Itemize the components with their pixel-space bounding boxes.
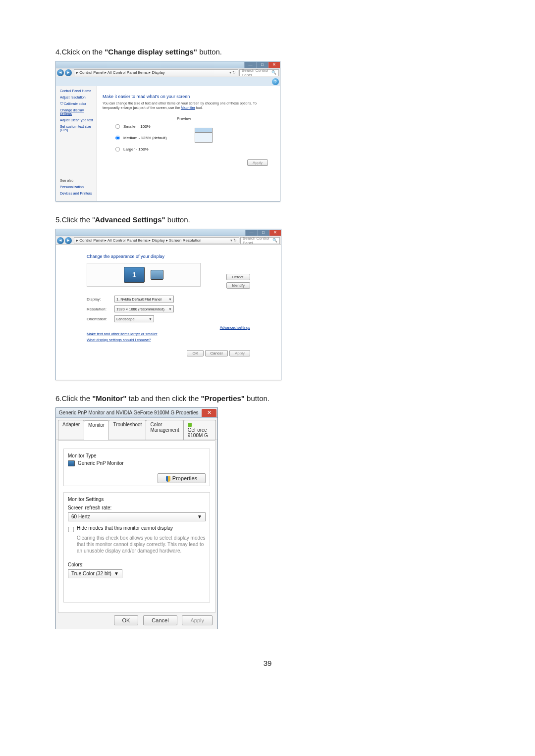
maximize-button[interactable]: □ [257, 230, 269, 236]
sidebar-link-cleartype[interactable]: Adjust ClearType text [60, 118, 94, 122]
monitor-type-value: Generic PnP Monitor [78, 460, 124, 466]
tab-color-management[interactable]: Color Management [146, 420, 183, 440]
monitor-preview: 1 [87, 263, 201, 287]
hide-modes-checkbox[interactable]: Hide modes that this monitor cannot disp… [68, 525, 206, 533]
breadcrumb[interactable]: ▸ Control Panel ▸ All Control Panel Item… [74, 69, 238, 76]
maximize-button[interactable]: □ [256, 62, 268, 68]
sidebar-link-change-display[interactable]: Change display settings [60, 108, 94, 115]
chevron-down-icon: ▼ [149, 317, 152, 321]
orientation-combo[interactable]: Landscape▼ [114, 315, 154, 322]
breadcrumb[interactable]: ▸ Control Panel ▸ All Control Panel Item… [74, 237, 239, 244]
step-6-text: 6.Click the "Monitor" tab and then click… [55, 394, 480, 403]
sidebar-link-home[interactable]: Control Panel Home [60, 89, 94, 93]
step4-bold: "Change display settings" [105, 48, 197, 56]
detect-button[interactable]: Detect [226, 274, 250, 280]
apply-button[interactable]: Apply [229, 350, 250, 356]
nav-buttons: ◄ ► [56, 69, 73, 76]
ok-button[interactable]: OK [187, 350, 204, 356]
monitor-properties-dialog: Generic PnP Monitor and NVIDIA GeForce 9… [55, 407, 218, 629]
monitor-1-icon[interactable]: 1 [124, 267, 145, 283]
monitor-2-icon[interactable] [151, 270, 163, 280]
titlebar: — □ ✕ [56, 229, 281, 236]
shield-icon [166, 476, 170, 482]
apply-button[interactable]: Apply [182, 615, 213, 625]
tab-geforce[interactable]: GeForce 9100M G [183, 420, 216, 440]
main-headline: Make it easier to read what's on your sc… [103, 94, 274, 99]
sidebar-link-calibrate[interactable]: Calibrate color [60, 102, 94, 105]
step4-prefix: 4.Ckick on the [55, 48, 105, 56]
back-button[interactable]: ◄ [57, 69, 64, 76]
step4-suffix: button. [197, 48, 222, 56]
step5-prefix: 5.Click the " [55, 215, 95, 224]
titlebar: — □ ✕ [56, 61, 280, 68]
cancel-button[interactable]: Cancel [143, 615, 177, 625]
main-desc: You can change the size of text and othe… [103, 101, 274, 110]
sidebar-link-adjust-resolution[interactable]: Adjust resolution [60, 96, 94, 99]
back-button[interactable]: ◄ [57, 237, 64, 244]
monitor-settings-legend: Monitor Settings [68, 497, 104, 502]
page-number: 39 [55, 659, 480, 667]
display-combo[interactable]: 1. Nvidia Default Flat Panel▼ [114, 296, 174, 302]
breadcrumb-text: ▸ Control Panel ▸ All Control Panel Item… [76, 70, 165, 75]
tab-adapter[interactable]: Adapter [58, 420, 84, 440]
tab-troubleshoot[interactable]: Troubleshoot [108, 420, 146, 440]
close-button[interactable]: ✕ [202, 409, 216, 417]
minimize-button[interactable]: — [245, 230, 257, 236]
monitor-icon [68, 460, 75, 466]
search-icon: 🔍 [271, 70, 276, 75]
what-settings-link[interactable]: What display settings should I choose? [87, 338, 250, 342]
search-input[interactable]: Search Control Panel🔍 [240, 237, 280, 244]
address-bar: ◄ ► ▸ Control Panel ▸ All Control Panel … [56, 68, 280, 77]
step-4-text: 4.Ckick on the "Change display settings"… [55, 48, 480, 56]
help-icon[interactable]: ? [272, 78, 279, 85]
monitor-type-group: Monitor Type Generic PnP Monitor Propert… [63, 449, 210, 486]
refresh-rate-combo[interactable]: 60 Hertz▼ [68, 512, 206, 521]
close-button[interactable]: ✕ [269, 230, 281, 236]
see-also-label: See also [60, 179, 94, 182]
monitor-type-legend: Monitor Type [68, 453, 97, 458]
sidebar-top: Control Panel Home Adjust resolution Cal… [60, 89, 94, 135]
dialog-title: Generic PnP Monitor and NVIDIA GeForce 9… [59, 410, 199, 415]
forward-button[interactable]: ► [65, 237, 72, 244]
search-icon: 🔍 [272, 238, 277, 243]
opt-larger[interactable]: Larger - 150% [114, 146, 274, 152]
opt-medium[interactable]: Medium - 125% (default) [114, 135, 274, 141]
screen-resolution-window: — □ ✕ ◄ ► ▸ Control Panel ▸ All Control … [55, 229, 281, 380]
chevron-down-icon: ▼ [168, 298, 172, 301]
forward-button[interactable]: ► [65, 69, 72, 76]
resolution-combo[interactable]: 1920 × 1080 (recommended)▼ [114, 305, 174, 312]
advanced-settings-link[interactable]: Advanced settings [220, 325, 250, 330]
resolution-label: Resolution: [87, 307, 114, 311]
tab-strip: Adapter Monitor Troubleshoot Color Manag… [56, 418, 217, 440]
search-input[interactable]: Search Control Panel🔍 [239, 69, 279, 76]
cancel-button[interactable]: Cancel [205, 350, 228, 356]
sidebar-link-personalization[interactable]: Personalization [60, 185, 94, 189]
window-controls: — □ ✕ [244, 62, 280, 68]
dialog-titlebar: Generic PnP Monitor and NVIDIA GeForce 9… [56, 408, 217, 418]
sidebar: Control Panel Home Adjust resolution Cal… [56, 86, 97, 201]
nvidia-icon [188, 423, 192, 427]
opt-smaller[interactable]: Smaller - 100% [114, 123, 274, 130]
make-larger-link[interactable]: Make text and other items larger or smal… [87, 332, 250, 336]
hide-modes-help: Clearing this check box allows you to se… [77, 535, 206, 554]
magnifier-link[interactable]: Magnifier [181, 106, 195, 109]
sidebar-bottom: See also Personalization Devices and Pri… [60, 179, 94, 198]
close-button[interactable]: ✕ [268, 62, 280, 68]
identify-button[interactable]: Identify [226, 282, 250, 289]
sidebar-link-devices[interactable]: Devices and Printers [60, 192, 94, 195]
colors-combo[interactable]: True Color (32 bit)▼ [68, 569, 122, 578]
ok-button[interactable]: OK [114, 615, 139, 625]
step5-suffix: button. [165, 215, 190, 224]
orientation-label: Orientation: [87, 317, 114, 321]
properties-button[interactable]: Properties [158, 473, 206, 483]
tab-monitor[interactable]: Monitor [84, 420, 109, 440]
breadcrumb-text: ▸ Control Panel ▸ All Control Panel Item… [76, 238, 202, 243]
apply-button[interactable]: Apply [247, 159, 268, 166]
monitor-settings-group: Monitor Settings Screen refresh rate: 60… [63, 492, 210, 603]
sidebar-link-dpi[interactable]: Set custom text size (DPI) [60, 125, 94, 132]
display-control-panel-window: — □ ✕ ◄ ► ▸ Control Panel ▸ All Control … [55, 61, 280, 202]
minimize-button[interactable]: — [244, 62, 256, 68]
chevron-down-icon: ▼ [114, 571, 119, 576]
preview-thumbnail [195, 128, 213, 143]
chevron-down-icon: ▼ [197, 514, 202, 519]
